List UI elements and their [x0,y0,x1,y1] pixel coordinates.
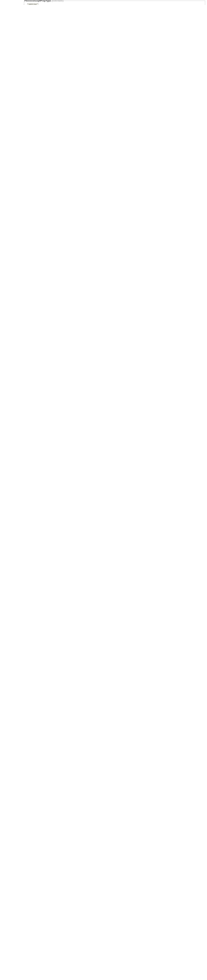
diagram-canvas: subject An important topic of the conten… [0,0,207,5]
extension-label: (extension) [52,0,64,2]
extension-title: Flex1ConceptPropType (extension) [24,0,64,2]
attributes-tab: attributes [27,3,38,5]
extension-type-name: Flex1ConceptPropType [24,0,51,2]
